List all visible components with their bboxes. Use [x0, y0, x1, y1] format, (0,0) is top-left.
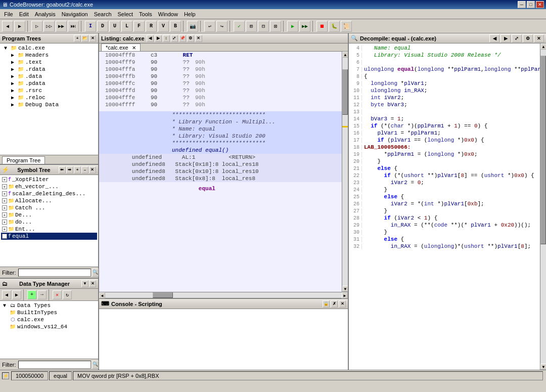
tb-forward[interactable]: ▶	[14, 21, 25, 32]
dt-item-datatypes[interactable]: ▼ 🗂 Data Types	[1, 302, 97, 309]
symbol-tree-content[interactable]: + f _XoptFilter + 📁 eh_vector_... + f sc…	[0, 175, 98, 267]
close-button[interactable]: ✕	[536, 1, 544, 8]
tree-item-text[interactable]: ▶ 📁 .text	[1, 59, 97, 66]
tree-item-data[interactable]: ▶ 📁 .data	[1, 73, 97, 80]
menu-analysis[interactable]: Analysis	[32, 10, 59, 18]
st-btn4[interactable]: –	[81, 166, 88, 173]
tb-run2[interactable]: ▶▶	[299, 21, 310, 32]
listing-hscroll-thumb[interactable]	[153, 292, 173, 298]
tb-undo[interactable]: ↩	[204, 21, 215, 32]
tb-check3[interactable]: ⊟	[258, 21, 269, 32]
tb-back[interactable]: ◀	[2, 21, 13, 32]
listing-scroll-down[interactable]: ▼	[342, 286, 348, 292]
pt-open-btn[interactable]: 📂	[81, 35, 88, 42]
tb-btn7[interactable]: U	[109, 21, 120, 32]
data-type-content[interactable]: ▼ 🗂 Data Types 📁 BuiltInTypes ⬡ calc.exe	[0, 301, 98, 359]
menu-search[interactable]: Search	[91, 10, 115, 18]
tree-item-pdata[interactable]: ▶ 📁 .pdata	[1, 80, 97, 87]
expand-scalar[interactable]: +	[2, 191, 7, 196]
maximize-button[interactable]: □	[527, 1, 535, 8]
decompile-content[interactable]: 4 Name: equal 5 Library: Visual Studio 2…	[349, 43, 540, 370]
dt-item-windows[interactable]: 📁 windows_vs12_64	[1, 323, 97, 330]
expand-equal[interactable]: +	[2, 234, 7, 239]
menu-file[interactable]: File	[1, 10, 16, 18]
symbol-ent[interactable]: + 📁 Ent...	[1, 226, 97, 233]
listing-scroll-right[interactable]: ▲ ▼	[342, 52, 348, 292]
menu-help[interactable]: Help	[181, 10, 199, 18]
symbol-de[interactable]: + 📁 De...	[1, 211, 97, 219]
expand-allocate[interactable]: +	[2, 198, 7, 203]
expand-de[interactable]: +	[2, 212, 7, 217]
tree-item-debug[interactable]: ▶ 📁 Debug Data	[1, 101, 97, 108]
listing-btn3[interactable]: ↕	[163, 35, 170, 42]
pt-delete-btn[interactable]: ✕	[89, 35, 96, 42]
pt-new-btn[interactable]: +	[74, 35, 81, 42]
dt-tb-delete[interactable]: ✕	[53, 290, 62, 299]
symbol-catch[interactable]: + 📁 Catch ...	[1, 204, 97, 211]
dt-tb-arrow[interactable]: →	[37, 290, 47, 299]
symbol-filter-input[interactable]	[18, 269, 91, 277]
symbol-ehvector[interactable]: + 📁 eh_vector_...	[1, 183, 97, 190]
dt-tb-back[interactable]: ◀	[2, 290, 11, 299]
tb-btn12[interactable]: B	[170, 21, 181, 32]
console-clear-btn[interactable]: ✗	[331, 300, 338, 308]
symbol-allocate[interactable]: + 📁 Allocate...	[1, 197, 97, 204]
listing-hscroll-track[interactable]	[105, 292, 342, 298]
tb-btn11[interactable]: V	[158, 21, 169, 32]
dec-close[interactable]: ✕	[534, 34, 544, 42]
menu-tools[interactable]: Tools	[136, 10, 155, 18]
tb-btn9[interactable]: F	[133, 21, 145, 32]
symbol-scalar[interactable]: + f scalar_deleting_des...	[1, 190, 97, 197]
tree-item-rsrc[interactable]: ▶ 📁 .rsrc	[1, 87, 97, 94]
dt-direction-btn[interactable]: ▼	[81, 280, 88, 287]
listing-hscroll-left[interactable]: ◀	[99, 292, 105, 298]
symbol-equal[interactable]: + f equal	[1, 233, 97, 240]
program-tree-tab[interactable]: Program Tree	[2, 156, 45, 164]
dec-scroll-track[interactable]	[540, 50, 546, 364]
dt-filter-search-button[interactable]: 🔍	[92, 361, 99, 369]
expand-catch[interactable]: +	[2, 205, 7, 210]
tree-item-reloc[interactable]: ▶ 📁 .reloc	[1, 94, 97, 101]
program-tree-content[interactable]: ▼ 📁 calc.exe ▶ 📁 Headers ▶ 📁	[0, 43, 98, 155]
dec-nav-fwd[interactable]: ▶	[500, 34, 511, 42]
console-close[interactable]: ✕	[339, 300, 346, 308]
tb-btn5[interactable]: I	[85, 21, 96, 32]
tree-item-headers[interactable]: ▶ 📁 Headers	[1, 52, 97, 59]
dt-item-calcexe[interactable]: ⬡ calc.exe	[1, 316, 97, 323]
st-btn1[interactable]: ⬅	[59, 166, 66, 173]
st-btn2[interactable]: ➡	[66, 166, 73, 173]
dec-scroll[interactable]: ▲ ▼	[540, 43, 546, 370]
dt-tb-forward[interactable]: ▶	[12, 290, 21, 299]
listing-btn6[interactable]: ⚙	[187, 35, 194, 42]
listing-hscroll-right[interactable]: ▶	[342, 292, 348, 298]
listing-scroll-track[interactable]	[342, 58, 348, 286]
st-btn3[interactable]: +	[74, 166, 81, 173]
dec-scroll-down[interactable]: ▼	[540, 364, 546, 370]
listing-tab-calcexe[interactable]: *calc.exe ✕	[101, 43, 141, 51]
tb-btn10[interactable]: R	[146, 21, 157, 32]
symbol-filter-search-button[interactable]: 🔍	[92, 269, 99, 277]
symbol-do[interactable]: + 📁 do...	[1, 219, 97, 226]
tb-screenshot[interactable]: 📷	[187, 21, 198, 32]
listing-tab-close[interactable]: ✕	[132, 45, 136, 51]
console-lock-btn[interactable]: 🔒	[323, 300, 330, 308]
menu-navigation[interactable]: Navigation	[59, 10, 91, 18]
tb-redo[interactable]: ↪	[216, 21, 228, 32]
tb-check[interactable]: ✓	[234, 21, 245, 32]
dec-export[interactable]: ⤢	[512, 34, 522, 42]
listing-btn1[interactable]: ◀	[147, 35, 154, 42]
st-close[interactable]: ✕	[89, 166, 96, 173]
tree-item-calcexe[interactable]: ▼ 📁 calc.exe	[1, 45, 97, 52]
symbol-xoptfilter[interactable]: + f _XoptFilter	[1, 176, 97, 183]
dt-item-builtin[interactable]: 📁 BuiltInTypes	[1, 309, 97, 316]
tb-script[interactable]: 📜	[341, 21, 352, 32]
expand-ehvector[interactable]: +	[2, 184, 7, 189]
dt-tb-refresh[interactable]: ↻	[63, 290, 72, 299]
tb-run[interactable]: ▶	[287, 21, 298, 32]
tb-btn6[interactable]: D	[97, 21, 108, 32]
expand-ent[interactable]: +	[2, 227, 7, 232]
listing-content[interactable]: 10004fff8 c3 RET 10004fff9 90 ?? 90h	[99, 52, 342, 292]
dt-filter-input[interactable]	[18, 361, 91, 369]
tb-btn1[interactable]: ▷	[31, 21, 42, 32]
expand-do[interactable]: +	[2, 220, 7, 225]
